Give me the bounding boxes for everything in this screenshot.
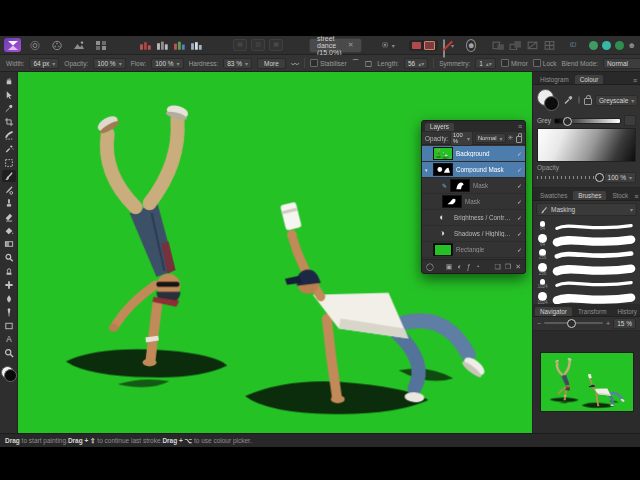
flow-field[interactable]: 100 %▾: [151, 58, 183, 69]
arrange-icon-1[interactable]: [492, 40, 505, 51]
paint-brush-tool[interactable]: [2, 170, 16, 182]
greyscale-picker-box[interactable]: [537, 128, 636, 162]
tab-history[interactable]: History: [612, 307, 640, 316]
gear-icon[interactable]: ✳: [508, 134, 514, 142]
lock-icon[interactable]: [584, 98, 592, 105]
mask-layer-icon[interactable]: ▣: [446, 263, 453, 271]
group-layers-icon[interactable]: ❏: [495, 263, 501, 271]
assistant-button[interactable]: ☻: [466, 39, 476, 52]
layer-thumbnail[interactable]: [442, 195, 462, 208]
auto-colours-icon[interactable]: [173, 40, 186, 51]
view-tool[interactable]: [2, 75, 16, 87]
layer-row[interactable]: ▾ Compound Mask ✓: [422, 162, 525, 178]
selection-brush-tool[interactable]: [2, 129, 16, 141]
close-document-icon[interactable]: ✕: [348, 41, 354, 49]
layer-row[interactable]: ◑ Shadows / Highlights Adjustment ✓: [422, 226, 525, 242]
brush-item[interactable]: 1024: [535, 291, 638, 304]
photo-persona-button[interactable]: [4, 38, 21, 52]
layers-panel-header[interactable]: Layers ≡: [422, 121, 525, 132]
grey-slider[interactable]: [554, 118, 621, 124]
brush-item[interactable]: 64: [535, 219, 638, 233]
layer-thumbnail[interactable]: ◑: [433, 228, 451, 239]
eyedropper-icon[interactable]: [563, 94, 574, 106]
brush-item[interactable]: 1024: [535, 277, 638, 291]
tone-mapping-persona-button[interactable]: [70, 38, 87, 52]
flood-fill-tool[interactable]: [2, 225, 16, 237]
lock-checkbox[interactable]: Lock: [533, 59, 557, 67]
snapping-off-icon[interactable]: [442, 40, 447, 51]
add-layer-icon[interactable]: ❐: [505, 263, 511, 271]
colour-picker-tool[interactable]: [2, 102, 16, 114]
stabiliser-checkbox[interactable]: Stabiliser: [310, 59, 347, 67]
blend-mode-select[interactable]: Normal▾: [603, 58, 640, 69]
layers-tab[interactable]: Layers: [425, 123, 454, 131]
brush-item[interactable]: 256: [535, 262, 638, 276]
layer-row[interactable]: Mask ✓: [422, 194, 525, 210]
brush-category-select[interactable]: Masking ▾: [536, 203, 637, 216]
layer-effects-icon[interactable]: ƒ: [467, 263, 471, 271]
layer-thumbnail[interactable]: [433, 243, 453, 256]
tab-navigator[interactable]: Navigator: [535, 307, 572, 316]
export-persona-button[interactable]: [92, 38, 109, 52]
tab-stock[interactable]: Stock: [607, 191, 633, 200]
layer-visibility-checkbox[interactable]: ✓: [517, 230, 522, 237]
brush-item[interactable]: 64: [535, 233, 638, 247]
arrange-icon-2[interactable]: [509, 40, 522, 51]
text-tool[interactable]: A: [2, 333, 16, 345]
layer-row[interactable]: Background ✓: [422, 146, 525, 162]
window-stabiliser-icon[interactable]: ▢: [365, 59, 373, 68]
selection-icon[interactable]: ◯: [426, 263, 434, 271]
layer-visibility-checkbox[interactable]: ✓: [517, 182, 522, 189]
layer-visibility-checkbox[interactable]: ✓: [517, 246, 522, 253]
colour-opacity-slider[interactable]: [537, 176, 601, 179]
layer-row[interactable]: ◐ Brightness / Contrast Adjustment ✓: [422, 210, 525, 226]
more-button[interactable]: More: [257, 58, 286, 69]
grey-value-field[interactable]: [624, 115, 636, 126]
blur-brush-tool[interactable]: [2, 293, 16, 305]
colour-mode-select[interactable]: Greyscale▾: [595, 95, 638, 106]
layer-visibility-checkbox[interactable]: ✓: [517, 214, 522, 221]
layer-visibility-checkbox[interactable]: ✓: [517, 150, 522, 157]
layer-thumbnail[interactable]: [433, 163, 453, 176]
opacity-field[interactable]: 100 %▾: [93, 58, 125, 69]
panel-menu-icon[interactable]: ≡: [633, 77, 638, 84]
layer-row[interactable]: ✎ Mask ✓: [422, 178, 525, 194]
tab-colour[interactable]: Colour: [575, 75, 604, 84]
colour-selector-swatches[interactable]: [1, 366, 16, 381]
dodge-brush-tool[interactable]: [2, 252, 16, 264]
panel-menu-icon[interactable]: ≡: [634, 193, 639, 200]
rotate-right-button[interactable]: ▥: [251, 39, 265, 51]
layer-thumbnail[interactable]: [433, 147, 453, 160]
healing-brush-tool[interactable]: [2, 279, 16, 291]
colour-opacity-value[interactable]: 100 %▾: [604, 172, 636, 183]
zoom-tool[interactable]: [2, 347, 16, 359]
layer-visibility-checkbox[interactable]: ✓: [517, 166, 522, 173]
status-dot-icon-3[interactable]: [615, 41, 624, 50]
pen-tool[interactable]: [2, 306, 16, 318]
layer-row[interactable]: Rectangle ✓: [422, 242, 525, 258]
brush-item[interactable]: 256: [535, 248, 638, 262]
adjustment-icon[interactable]: ◐: [457, 263, 461, 271]
picked-colour-swatch[interactable]: [578, 96, 580, 104]
expand-arrow-icon[interactable]: ▾: [425, 167, 430, 173]
colour-format-icon[interactable]: [412, 42, 421, 49]
symmetry-field[interactable]: 1▴▾: [475, 58, 496, 69]
lock-icon[interactable]: [516, 136, 523, 143]
status-dot-icon-2[interactable]: [602, 41, 611, 50]
colour-profile-icon[interactable]: [424, 41, 435, 50]
layer-visibility-checkbox[interactable]: ✓: [517, 198, 522, 205]
layout-icon[interactable]: [570, 40, 576, 51]
brush-editor-icon[interactable]: 〰: [291, 58, 299, 69]
tab-swatches[interactable]: Swatches: [535, 191, 572, 200]
navigator-preview-area[interactable]: [533, 331, 640, 434]
flip-button[interactable]: ▦: [269, 39, 283, 51]
auto-contrast-icon[interactable]: [156, 40, 169, 51]
tab-histogram[interactable]: Histogram: [535, 75, 574, 84]
zoom-slider[interactable]: [544, 322, 603, 324]
flood-select-tool[interactable]: [2, 143, 16, 155]
rectangle-tool[interactable]: [2, 320, 16, 332]
crop-tool[interactable]: [2, 116, 16, 128]
panel-menu-icon[interactable]: ≡: [518, 123, 522, 130]
layer-thumbnail[interactable]: ◐: [433, 212, 451, 223]
layers-blend-select[interactable]: Normal▾: [475, 133, 506, 143]
